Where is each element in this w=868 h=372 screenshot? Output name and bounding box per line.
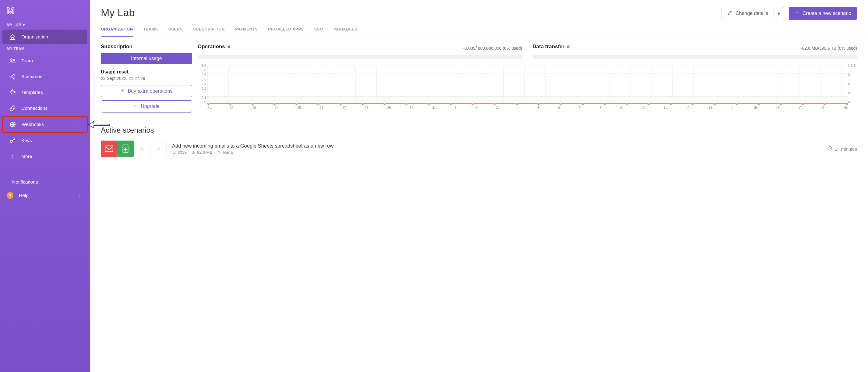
operations-stats: ~3,039/ 800,000,000 (0% used) bbox=[462, 46, 522, 51]
dot-icon bbox=[227, 46, 230, 48]
tab-subscription[interactable]: SUBSCRIPTION bbox=[193, 23, 225, 36]
sidebar-item-label: Templates bbox=[21, 90, 43, 95]
sidebar-item-keys[interactable]: Keys bbox=[2, 133, 87, 148]
kebab-icon[interactable]: ⋯ bbox=[77, 193, 83, 198]
sidebar-item-templates[interactable]: Templates bbox=[2, 85, 87, 100]
usage-chart: 1.00.80.60.50.40.30.20.10 1.0 B0000 21.2… bbox=[198, 64, 857, 110]
chart-plot bbox=[208, 65, 848, 104]
usage-charts: Operations ~3,039/ 800,000,000 (0% used)… bbox=[198, 44, 857, 116]
header-actions: Change details ▾ Create a new scenario bbox=[721, 7, 857, 20]
plus-icon bbox=[795, 10, 800, 17]
sidebar: MY LAB ▾ Organization MY TEAM Team Scena… bbox=[0, 0, 90, 372]
tab-installed-apps[interactable]: INSTALLED APPS bbox=[268, 23, 304, 36]
sidebar-item-scenarios[interactable]: Scenarios bbox=[2, 69, 87, 84]
header: My Lab Change details ▾ Create a new sce… bbox=[90, 0, 868, 23]
tab-organization[interactable]: ORGANIZATION bbox=[101, 23, 133, 36]
subscription-badge: Internal usage bbox=[101, 53, 192, 64]
scenario-body: Add new incoming emails to a Google Shee… bbox=[172, 143, 822, 154]
chevron-up-icon bbox=[133, 104, 138, 109]
org-selector[interactable]: MY LAB ▾ bbox=[0, 21, 90, 29]
svg-point-16 bbox=[219, 151, 220, 152]
edit-icon bbox=[727, 10, 733, 17]
operations-col: Operations ~3,039/ 800,000,000 (0% used) bbox=[198, 44, 522, 61]
buy-extra-button[interactable]: Buy extra operations bbox=[101, 85, 192, 97]
help-icon: ? bbox=[7, 192, 13, 199]
tab-users[interactable]: USERS bbox=[168, 23, 182, 36]
sidebar-item-connections[interactable]: Connections bbox=[2, 101, 87, 116]
scenario-meta: 3039 82.6 MB Ivana bbox=[172, 150, 822, 154]
chart-points bbox=[208, 103, 848, 105]
datatransfer-col: Data transfer ~82.6 MB/390.6 TB (0% used… bbox=[533, 44, 857, 61]
change-details-button[interactable]: Change details bbox=[721, 7, 774, 20]
sidebar-item-more[interactable]: More bbox=[2, 149, 87, 164]
sheets-app-icon bbox=[117, 141, 134, 157]
svg-point-11 bbox=[12, 158, 13, 159]
users-icon bbox=[9, 57, 16, 64]
x-axis: 21.22.23.24.25.26.27.28.29.30.31.1.2.3.4… bbox=[208, 106, 848, 110]
sidebar-item-team[interactable]: Team bbox=[2, 53, 87, 68]
usage-reset-label: Usage reset bbox=[101, 69, 192, 75]
team-section-label: MY TEAM bbox=[0, 45, 90, 53]
sidebar-item-organization[interactable]: Organization bbox=[2, 30, 87, 44]
button-label: Change details bbox=[736, 11, 768, 16]
scenario-app-icons: ✕ ✕ bbox=[101, 141, 166, 157]
tab-variables[interactable]: VARIABLES bbox=[334, 23, 358, 36]
chevron-down-icon: ▾ bbox=[778, 11, 780, 17]
operations-title: Operations bbox=[198, 44, 230, 50]
scenario-owner: Ivana bbox=[217, 150, 233, 154]
sidebar-item-label: Help bbox=[19, 193, 29, 198]
tab-payments[interactable]: PAYMENTS bbox=[235, 23, 258, 36]
button-label: Upgrade bbox=[141, 104, 159, 109]
scenario-ops: 3039 bbox=[172, 150, 187, 154]
webhooks-highlight: Webhooks bbox=[2, 116, 88, 133]
operations-progress bbox=[198, 55, 522, 59]
scenario-data: 82.6 MB bbox=[192, 150, 212, 154]
logo bbox=[0, 5, 90, 21]
scenario-row[interactable]: ✕ ✕ Add new incoming emails to a Google … bbox=[90, 139, 868, 163]
sidebar-item-label: Scenarios bbox=[21, 74, 42, 79]
y-axis-right: 1.0 B0000 bbox=[848, 64, 857, 104]
time-label: 14 minutes bbox=[835, 146, 857, 151]
sidebar-item-webhooks[interactable]: Webhooks bbox=[3, 117, 87, 132]
svg-point-1 bbox=[13, 59, 14, 61]
svg-point-10 bbox=[12, 156, 13, 157]
usage-reset-block: Usage reset 22 Sept 2022, 21:27:29 Buy e… bbox=[101, 69, 192, 116]
tab-sso[interactable]: SSO bbox=[314, 23, 323, 36]
puzzle-icon bbox=[9, 89, 16, 96]
more-icon bbox=[9, 153, 16, 160]
svg-point-6 bbox=[14, 91, 16, 93]
change-details-group: Change details ▾ bbox=[721, 7, 784, 20]
dot-icon bbox=[567, 46, 569, 48]
create-scenario-button[interactable]: Create a new scenario bbox=[789, 7, 857, 20]
plus-icon bbox=[121, 88, 125, 94]
svg-point-0 bbox=[11, 59, 12, 61]
sidebar-item-label: Notifications bbox=[12, 179, 38, 185]
sidebar-notifications[interactable]: Notifications bbox=[0, 176, 90, 189]
sidebar-item-label: Team bbox=[21, 58, 33, 63]
chevron-down-icon: ▾ bbox=[23, 23, 25, 27]
scenario-time: 14 minutes bbox=[827, 146, 857, 152]
tabs: ORGANIZATION TEAMS USERS SUBSCRIPTION PA… bbox=[90, 23, 868, 37]
link-icon bbox=[9, 105, 16, 112]
usage-reset-ts: 22 Sept 2022, 21:27:29 bbox=[101, 76, 192, 81]
globe-icon bbox=[9, 121, 16, 128]
scenario-title: Add new incoming emails to a Google Shee… bbox=[172, 143, 822, 149]
svg-point-8 bbox=[10, 140, 12, 142]
datatransfer-title: Data transfer bbox=[533, 44, 570, 50]
tab-teams[interactable]: TEAMS bbox=[143, 23, 158, 36]
button-label: Create a new scenario bbox=[803, 11, 851, 16]
change-details-dropdown[interactable]: ▾ bbox=[774, 7, 784, 20]
upgrade-button[interactable]: Upgrade bbox=[101, 100, 192, 113]
subscription-col: Subscription Internal usage Usage reset … bbox=[101, 44, 192, 116]
sidebar-item-label: Webhooks bbox=[22, 122, 44, 127]
page-title: My Lab bbox=[101, 7, 135, 19]
email-app-icon bbox=[101, 141, 117, 157]
share-icon bbox=[9, 73, 16, 80]
active-scenarios-title: Active scenarios bbox=[90, 122, 868, 139]
sidebar-item-label: Keys bbox=[21, 138, 32, 143]
button-label: Buy extra operations bbox=[128, 88, 173, 94]
sidebar-help[interactable]: ? Help ⋯ bbox=[0, 189, 90, 202]
datatransfer-stats: ~82.6 MB/390.6 TB (0% used) bbox=[800, 46, 857, 51]
blank-app-icon: ✕ bbox=[150, 141, 166, 157]
subscription-title: Subscription bbox=[101, 44, 192, 50]
